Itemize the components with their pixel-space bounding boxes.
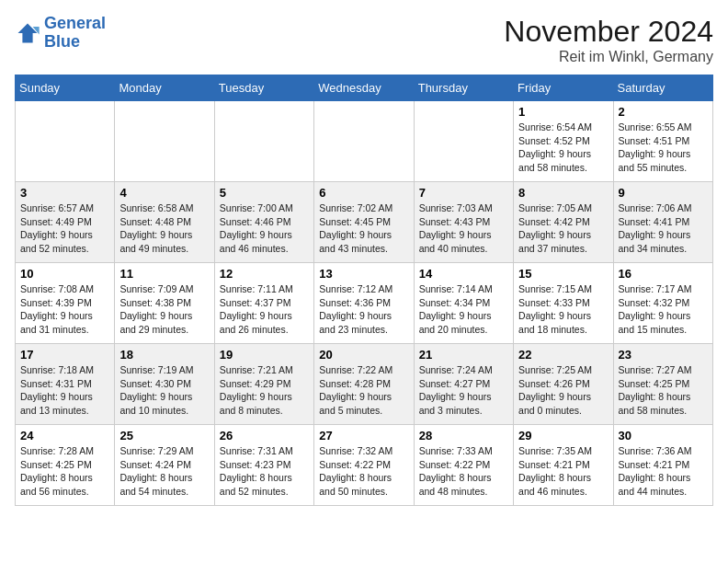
day-info: Sunrise: 7:21 AM Sunset: 4:29 PM Dayligh… [220, 363, 309, 418]
day-number: 23 [619, 348, 708, 362]
calendar-table: SundayMondayTuesdayWednesdayThursdayFrid… [15, 75, 713, 506]
day-info: Sunrise: 7:22 AM Sunset: 4:28 PM Dayligh… [319, 363, 408, 418]
calendar-day-4: 4Sunrise: 6:58 AM Sunset: 4:48 PM Daylig… [115, 182, 214, 263]
calendar-day-30: 30Sunrise: 7:36 AM Sunset: 4:21 PM Dayli… [613, 425, 712, 506]
day-info: Sunrise: 7:36 AM Sunset: 4:21 PM Dayligh… [619, 444, 708, 499]
svg-marker-0 [18, 23, 38, 42]
day-number: 4 [119, 186, 209, 200]
day-number: 25 [119, 429, 209, 442]
calendar-day-10: 10Sunrise: 7:08 AM Sunset: 4:39 PM Dayli… [16, 263, 115, 344]
day-number: 5 [220, 186, 309, 200]
logo-text-line2: Blue [44, 33, 106, 52]
calendar-day-21: 21Sunrise: 7:24 AM Sunset: 4:27 PM Dayli… [414, 344, 513, 425]
day-number: 6 [319, 186, 408, 200]
day-info: Sunrise: 7:19 AM Sunset: 4:30 PM Dayligh… [119, 363, 209, 418]
day-info: Sunrise: 7:32 AM Sunset: 4:22 PM Dayligh… [319, 444, 408, 499]
day-info: Sunrise: 7:03 AM Sunset: 4:43 PM Dayligh… [419, 201, 508, 256]
day-info: Sunrise: 7:33 AM Sunset: 4:22 PM Dayligh… [419, 444, 508, 499]
calendar-week-row: 24Sunrise: 7:28 AM Sunset: 4:25 PM Dayli… [16, 425, 713, 506]
calendar-week-row: 1Sunrise: 6:54 AM Sunset: 4:52 PM Daylig… [16, 101, 713, 182]
calendar-day-26: 26Sunrise: 7:31 AM Sunset: 4:23 PM Dayli… [214, 425, 313, 506]
day-info: Sunrise: 7:14 AM Sunset: 4:34 PM Dayligh… [419, 282, 508, 337]
day-info: Sunrise: 7:06 AM Sunset: 4:41 PM Dayligh… [619, 201, 708, 256]
day-number: 10 [20, 267, 109, 281]
day-info: Sunrise: 7:11 AM Sunset: 4:37 PM Dayligh… [220, 282, 309, 337]
calendar-day-20: 20Sunrise: 7:22 AM Sunset: 4:28 PM Dayli… [314, 344, 414, 425]
calendar-day-9: 9Sunrise: 7:06 AM Sunset: 4:41 PM Daylig… [613, 182, 712, 263]
calendar-day-13: 13Sunrise: 7:12 AM Sunset: 4:36 PM Dayli… [314, 263, 414, 344]
calendar-day-14: 14Sunrise: 7:14 AM Sunset: 4:34 PM Dayli… [414, 263, 513, 344]
calendar-day-6: 6Sunrise: 7:02 AM Sunset: 4:45 PM Daylig… [314, 182, 414, 263]
calendar-day-1: 1Sunrise: 6:54 AM Sunset: 4:52 PM Daylig… [514, 101, 613, 182]
logo-icon [15, 20, 40, 46]
day-number: 19 [220, 348, 309, 362]
day-number: 12 [220, 267, 309, 281]
calendar-day-29: 29Sunrise: 7:35 AM Sunset: 4:21 PM Dayli… [514, 425, 613, 506]
day-info: Sunrise: 7:18 AM Sunset: 4:31 PM Dayligh… [20, 363, 109, 418]
calendar-day-23: 23Sunrise: 7:27 AM Sunset: 4:25 PM Dayli… [613, 344, 712, 425]
day-number: 2 [619, 105, 708, 119]
day-info: Sunrise: 7:09 AM Sunset: 4:38 PM Dayligh… [119, 282, 209, 337]
day-number: 13 [319, 267, 408, 281]
day-number: 22 [518, 348, 608, 362]
day-info: Sunrise: 6:57 AM Sunset: 4:49 PM Dayligh… [20, 201, 109, 256]
day-info: Sunrise: 7:31 AM Sunset: 4:23 PM Dayligh… [220, 444, 309, 499]
day-number: 3 [20, 186, 109, 200]
day-info: Sunrise: 6:55 AM Sunset: 4:51 PM Dayligh… [619, 121, 708, 175]
calendar-day-2: 2Sunrise: 6:55 AM Sunset: 4:51 PM Daylig… [613, 101, 712, 182]
calendar-day-17: 17Sunrise: 7:18 AM Sunset: 4:31 PM Dayli… [16, 344, 115, 425]
day-number: 26 [220, 429, 309, 442]
day-number: 17 [20, 348, 109, 362]
empty-day-cell [314, 101, 414, 182]
location-title: Reit im Winkl, Germany [504, 49, 713, 65]
day-number: 21 [419, 348, 508, 362]
weekday-header-row: SundayMondayTuesdayWednesdayThursdayFrid… [16, 75, 713, 101]
weekday-header-tuesday: Tuesday [214, 75, 313, 101]
weekday-header-monday: Monday [115, 75, 214, 101]
day-info: Sunrise: 7:27 AM Sunset: 4:25 PM Dayligh… [619, 363, 708, 418]
day-number: 15 [518, 267, 608, 281]
calendar-day-12: 12Sunrise: 7:11 AM Sunset: 4:37 PM Dayli… [214, 263, 313, 344]
day-info: Sunrise: 7:17 AM Sunset: 4:32 PM Dayligh… [619, 282, 708, 337]
weekday-header-friday: Friday [514, 75, 613, 101]
calendar-day-7: 7Sunrise: 7:03 AM Sunset: 4:43 PM Daylig… [414, 182, 513, 263]
logo: General Blue [15, 15, 106, 52]
day-info: Sunrise: 7:00 AM Sunset: 4:46 PM Dayligh… [220, 201, 309, 256]
calendar-day-16: 16Sunrise: 7:17 AM Sunset: 4:32 PM Dayli… [613, 263, 712, 344]
empty-day-cell [414, 101, 513, 182]
empty-day-cell [115, 101, 214, 182]
empty-day-cell [16, 101, 115, 182]
day-number: 14 [419, 267, 508, 281]
calendar-day-25: 25Sunrise: 7:29 AM Sunset: 4:24 PM Dayli… [115, 425, 214, 506]
calendar-week-row: 10Sunrise: 7:08 AM Sunset: 4:39 PM Dayli… [16, 263, 713, 344]
day-number: 29 [518, 429, 608, 442]
day-number: 8 [518, 186, 608, 200]
calendar-day-22: 22Sunrise: 7:25 AM Sunset: 4:26 PM Dayli… [514, 344, 613, 425]
calendar-week-row: 17Sunrise: 7:18 AM Sunset: 4:31 PM Dayli… [16, 344, 713, 425]
day-number: 18 [119, 348, 209, 362]
day-number: 28 [419, 429, 508, 442]
calendar-week-row: 3Sunrise: 6:57 AM Sunset: 4:49 PM Daylig… [16, 182, 713, 263]
calendar-day-15: 15Sunrise: 7:15 AM Sunset: 4:33 PM Dayli… [514, 263, 613, 344]
calendar-day-27: 27Sunrise: 7:32 AM Sunset: 4:22 PM Dayli… [314, 425, 414, 506]
calendar-day-19: 19Sunrise: 7:21 AM Sunset: 4:29 PM Dayli… [214, 344, 313, 425]
calendar-day-18: 18Sunrise: 7:19 AM Sunset: 4:30 PM Dayli… [115, 344, 214, 425]
day-info: Sunrise: 6:58 AM Sunset: 4:48 PM Dayligh… [119, 201, 209, 256]
weekday-header-sunday: Sunday [16, 75, 115, 101]
day-number: 11 [119, 267, 209, 281]
day-info: Sunrise: 6:54 AM Sunset: 4:52 PM Dayligh… [518, 121, 608, 175]
day-info: Sunrise: 7:12 AM Sunset: 4:36 PM Dayligh… [319, 282, 408, 337]
empty-day-cell [214, 101, 313, 182]
calendar-day-11: 11Sunrise: 7:09 AM Sunset: 4:38 PM Dayli… [115, 263, 214, 344]
calendar-day-28: 28Sunrise: 7:33 AM Sunset: 4:22 PM Dayli… [414, 425, 513, 506]
day-number: 27 [319, 429, 408, 442]
day-info: Sunrise: 7:29 AM Sunset: 4:24 PM Dayligh… [119, 444, 209, 499]
weekday-header-saturday: Saturday [613, 75, 712, 101]
calendar-day-5: 5Sunrise: 7:00 AM Sunset: 4:46 PM Daylig… [214, 182, 313, 263]
logo-text-line1: General [44, 15, 106, 33]
day-info: Sunrise: 7:35 AM Sunset: 4:21 PM Dayligh… [518, 444, 608, 499]
day-info: Sunrise: 7:08 AM Sunset: 4:39 PM Dayligh… [20, 282, 109, 337]
month-title: November 2024 [504, 15, 713, 49]
day-info: Sunrise: 7:02 AM Sunset: 4:45 PM Dayligh… [319, 201, 408, 256]
day-info: Sunrise: 7:15 AM Sunset: 4:33 PM Dayligh… [518, 282, 608, 337]
